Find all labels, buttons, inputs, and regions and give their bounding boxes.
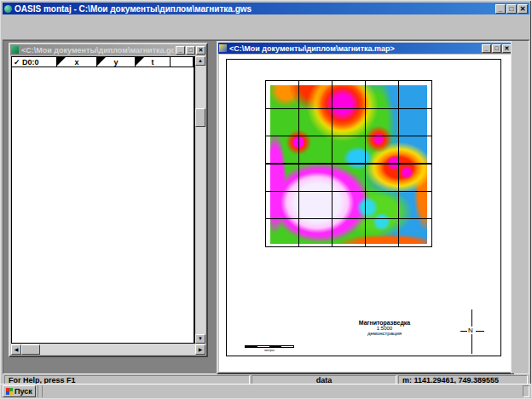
magnetic-anomaly-plot[interactable] [265,80,432,247]
start-button[interactable]: Пуск [3,385,36,397]
window-title: OASIS montaj - C:\Мои документы\диплом\м… [14,4,494,14]
line-label: D0:0 [22,58,39,66]
north-arrow: N [455,309,489,354]
oasis-app-icon [4,5,12,13]
column-header-x[interactable]: x [57,57,97,66]
column-marker-icon [136,57,144,66]
spreadsheet: ✓ D0:0 x y t [11,56,194,344]
map-subtitle: демонстрация [321,331,448,336]
database-icon [11,46,19,54]
spreadsheet-header: ✓ D0:0 x y t [12,57,194,67]
db-maximize-button[interactable]: □ [186,46,195,55]
db-close-button[interactable]: ✕ [196,46,205,55]
check-icon: ✓ [14,58,20,66]
column-header-t[interactable]: t [136,57,171,66]
map-maximize-button[interactable]: □ [492,44,501,53]
scale-bar: метры [242,339,302,353]
map-title-block: Магниторазведка 1:5000 демонстрация [321,320,448,336]
column-marker-icon [57,57,66,66]
map-canvas[interactable]: метры Магниторазведка 1:5000 демонстраци… [219,55,512,372]
map-icon [219,44,227,52]
minimize-button[interactable]: _ [495,4,506,14]
db-minimize-button[interactable]: _ [176,46,185,55]
map-titlebar[interactable]: <C:\Мои документы\диплом\магнитка.map> _… [218,43,512,54]
horizontal-scrollbar[interactable]: ◀ ▶ [11,344,205,355]
database-title: <C:\Мои документы\диплом\магнитка.gdb> [21,46,174,55]
desktop: OASIS montaj - C:\Мои документы\диплом\м… [0,0,532,399]
scroll-left-button[interactable]: ◀ [11,344,21,355]
maximize-button[interactable]: □ [506,4,517,14]
quick-launch [38,385,43,397]
scale-bar-segments [245,345,294,348]
horizontal-scroll-thumb[interactable] [21,344,40,355]
database-window: <C:\Мои документы\диплом\магнитка.gdb> _… [9,43,208,357]
line-header-cell[interactable]: ✓ D0:0 [12,57,57,66]
map-survey-title: Магниторазведка [321,320,448,326]
vertical-scrollbar[interactable]: ▲ ▼ [194,56,205,344]
map-window: <C:\Мои документы\диплом\магнитка.map> _… [217,41,514,374]
scroll-down-button[interactable]: ▼ [195,334,205,344]
system-tray [523,385,529,397]
map-minimize-button[interactable]: _ [482,44,491,53]
database-titlebar[interactable]: <C:\Мои документы\диплом\магнитка.gdb> _… [10,44,206,55]
map-page: метры Магниторазведка 1:5000 демонстраци… [226,59,501,356]
scroll-right-button[interactable]: ▶ [195,344,205,355]
windows-logo-icon [6,388,13,395]
taskbar: Пуск [1,384,531,398]
column-header-empty[interactable] [171,57,194,66]
mdi-area: <C:\Мои документы\диплом\магнитка.gdb> _… [3,40,529,374]
close-button[interactable]: ✕ [518,4,528,14]
scale-bar-units: метры [253,349,286,352]
menu-bar [3,14,529,26]
scroll-up-button[interactable]: ▲ [195,56,205,66]
map-title: <C:\Мои документы\диплом\магнитка.map> [229,44,480,53]
main-titlebar: OASIS montaj - C:\Мои документы\диплом\м… [3,3,529,14]
map-tools-toolbar [511,41,529,373]
column-marker-icon [97,57,106,66]
north-label: N [467,327,474,334]
vertical-scroll-thumb[interactable] [195,108,205,127]
column-header-y[interactable]: y [97,57,136,66]
main-toolbar [3,26,529,40]
coordinate-grid [265,80,432,247]
